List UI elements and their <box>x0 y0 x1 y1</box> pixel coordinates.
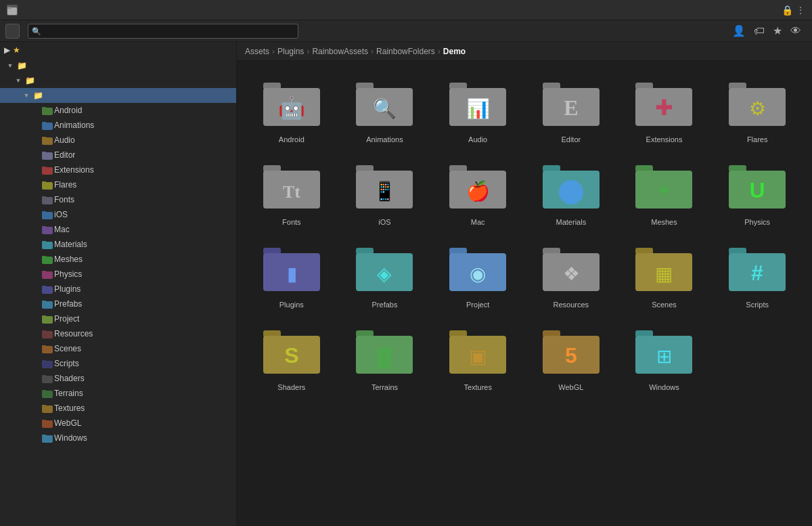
android-folder-label: Android <box>279 135 304 144</box>
scripts-icon <box>42 358 53 369</box>
prefabs-folder-icon: ◈ <box>354 242 415 297</box>
folder-item-plugins[interactable]: ▮ Plugins <box>248 237 336 314</box>
search-input[interactable] <box>28 24 298 39</box>
svg-rect-25 <box>42 271 46 273</box>
folder-item-extensions[interactable]: ✚ Extensions <box>621 72 708 149</box>
svg-text:▮: ▮ <box>286 263 296 284</box>
favorites-header[interactable]: ▶ ★ <box>0 42 236 58</box>
folder-item-shaders[interactable]: S Shaders <box>248 320 336 397</box>
editor-icon <box>42 150 53 160</box>
sidebar-item-extensions[interactable]: Extensions <box>0 162 236 177</box>
sidebar-item-rainbowfolders[interactable]: ▼ 📁 <box>0 73 236 88</box>
shaders-folder-icon: S <box>261 325 322 379</box>
favorites-icon[interactable]: ★ <box>770 23 785 39</box>
svg-rect-11 <box>42 167 46 169</box>
folder-item-flares[interactable]: ⚙ Flares <box>713 72 801 149</box>
sidebar-item-mac[interactable]: Mac <box>0 222 236 237</box>
audio-label: Audio <box>54 135 75 145</box>
account-icon[interactable]: 👤 <box>729 23 748 39</box>
sidebar-item-textures[interactable]: Textures <box>0 401 236 416</box>
extensions-folder-label: Extensions <box>646 135 683 144</box>
folder-item-windows[interactable]: ⊞ Windows <box>621 320 708 397</box>
audio-folder-icon: 📊 <box>447 77 508 131</box>
sidebar-item-project[interactable]: Project <box>0 311 236 326</box>
ios-folder-icon: 📱 <box>354 160 415 214</box>
folder-item-fonts[interactable]: Tt Fonts <box>248 154 336 232</box>
sidebar-item-resources[interactable]: Resources <box>0 326 236 341</box>
breadcrumb-sep: › <box>307 47 309 56</box>
folder-item-editor[interactable]: E Editor <box>527 72 615 149</box>
sidebar-item-terrains[interactable]: Terrains <box>0 386 236 401</box>
materials-folder-label: Materials <box>556 218 587 226</box>
sidebar-item-materials[interactable]: Materials <box>0 237 236 252</box>
sidebar-item-meshes[interactable]: Meshes <box>0 252 236 267</box>
sidebar-item-prefabs[interactable]: Prefabs <box>0 297 236 311</box>
svg-rect-15 <box>42 196 46 198</box>
svg-rect-43 <box>42 405 46 407</box>
scripts-folder-label: Scripts <box>746 301 769 309</box>
content-area: Assets›Plugins›RainbowAssets›RainbowFold… <box>237 42 812 526</box>
sidebar-item-plugins[interactable]: Plugins <box>0 282 236 297</box>
sidebar-item-windows[interactable]: Windows <box>0 431 236 445</box>
sidebar-item-animations[interactable]: Animations <box>0 118 236 133</box>
folder-item-ios[interactable]: 📱 iOS <box>341 154 429 232</box>
sidebar-item-scenes[interactable]: Scenes <box>0 341 236 356</box>
sidebar-item-audio[interactable]: Audio <box>0 133 236 148</box>
menu-icon[interactable]: ⋮ <box>796 5 805 15</box>
windows-label: Windows <box>54 433 87 443</box>
folder-item-mac[interactable]: 🍎 Mac <box>434 154 522 232</box>
sidebar-item-shaders[interactable]: Shaders <box>0 371 236 386</box>
folder-item-physics[interactable]: U Physics <box>713 154 801 232</box>
filter-icon[interactable]: 👁 <box>788 24 804 39</box>
breadcrumb-item-rainbowassets[interactable]: RainbowAssets <box>312 47 368 56</box>
folder-item-scripts[interactable]: # Scripts <box>713 237 801 314</box>
breadcrumb-item-plugins[interactable]: Plugins <box>277 47 304 56</box>
lock-icon[interactable]: 🔒 <box>782 5 792 15</box>
svg-rect-9 <box>42 152 46 154</box>
folder-item-terrains[interactable]: ▓ Terrains <box>341 320 429 397</box>
folder-item-prefabs[interactable]: ◈ Prefabs <box>341 237 429 314</box>
sidebar-item-scripts[interactable]: Scripts <box>0 356 236 371</box>
folder-item-audio[interactable]: 📊 Audio <box>434 72 522 149</box>
demo-folder-icon: 📁 <box>32 90 43 101</box>
breadcrumb-item-rainbowfolders[interactable]: RainbowFolders <box>376 47 435 56</box>
meshes-label: Meshes <box>54 255 83 264</box>
meshes-icon <box>42 254 53 265</box>
sidebar-item-demo[interactable]: ▼ 📁 <box>0 88 236 103</box>
sidebar-item-fonts[interactable]: Fonts <box>0 192 236 207</box>
svg-text:▦: ▦ <box>655 263 673 284</box>
webgl-icon <box>42 418 53 429</box>
terrains-folder-label: Terrains <box>371 383 398 391</box>
audio-icon <box>42 135 53 146</box>
svg-rect-21 <box>42 241 46 243</box>
resources-folder-icon: ❖ <box>541 242 602 297</box>
svg-text:✦: ✦ <box>656 179 673 202</box>
mac-folder-label: Mac <box>471 218 485 226</box>
sidebar-item-android[interactable]: Android <box>0 103 236 118</box>
folder-item-project[interactable]: ◉ Project <box>434 237 522 314</box>
search-bar: 🔍 <box>28 24 298 39</box>
sidebar-item-editor[interactable]: Editor <box>0 148 236 162</box>
folder-item-meshes[interactable]: ✦ Meshes <box>621 154 708 232</box>
tag-icon[interactable]: 🏷 <box>751 24 767 39</box>
sidebar-item-assets[interactable]: ▼ 📁 <box>0 58 236 73</box>
folder-item-webgl[interactable]: 5 WebGL <box>527 320 615 397</box>
prefabs-icon <box>42 299 53 309</box>
folder-item-scenes[interactable]: ▦ Scenes <box>621 237 708 314</box>
sidebar-item-ios[interactable]: iOS <box>0 207 236 222</box>
svg-text:🤖: 🤖 <box>278 95 305 120</box>
sidebar-item-webgl[interactable]: WebGL <box>0 416 236 431</box>
breadcrumb-item-demo: Demo <box>443 47 466 56</box>
sidebar-item-flares[interactable]: Flares <box>0 177 236 192</box>
mac-icon <box>42 224 53 235</box>
flares-icon <box>42 179 53 190</box>
physics-label: Physics <box>54 269 82 279</box>
folder-item-materials[interactable]: Materials <box>527 154 615 232</box>
breadcrumb-item-assets[interactable]: Assets <box>245 47 269 56</box>
folder-item-textures[interactable]: ▣ Textures <box>434 320 522 397</box>
sidebar-item-physics[interactable]: Physics <box>0 267 236 282</box>
folder-item-animations[interactable]: 🔍 Animations <box>341 72 429 149</box>
folder-item-android[interactable]: 🤖 Android <box>248 72 336 149</box>
add-button[interactable] <box>5 24 20 39</box>
folder-item-resources[interactable]: ❖ Resources <box>527 237 615 314</box>
